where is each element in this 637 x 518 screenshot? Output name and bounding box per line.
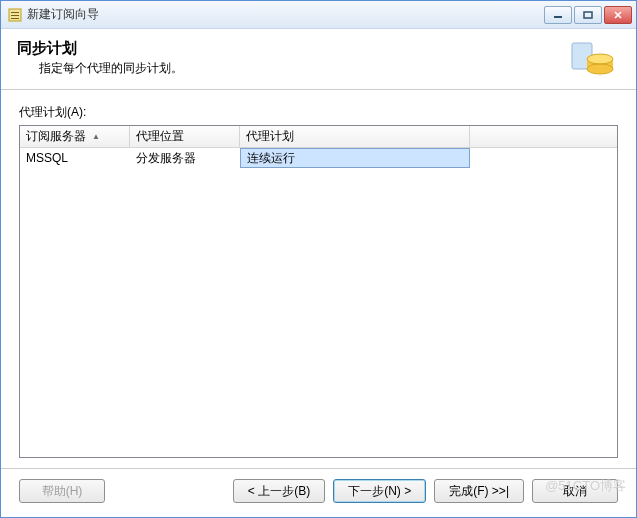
header-text: 同步计划 指定每个代理的同步计划。 (17, 39, 183, 77)
table-row[interactable]: MSSQL 分发服务器 连续运行 (20, 148, 617, 168)
svg-rect-4 (554, 16, 562, 18)
cell-schedule[interactable]: 连续运行 (240, 148, 470, 168)
grid-label: 代理计划(A): (19, 104, 618, 121)
agent-schedule-grid[interactable]: 订阅服务器 ▲ 代理位置 代理计划 MSSQL 分发服务器 连续运行 (19, 125, 618, 458)
back-button[interactable]: < 上一步(B) (233, 479, 325, 503)
maximize-button[interactable] (574, 6, 602, 24)
svg-rect-3 (11, 18, 19, 19)
minimize-button[interactable] (544, 6, 572, 24)
app-icon (7, 7, 23, 23)
grid-header-row: 订阅服务器 ▲ 代理位置 代理计划 (20, 126, 617, 148)
wizard-header: 同步计划 指定每个代理的同步计划。 (1, 29, 636, 90)
help-button[interactable]: 帮助(H) (19, 479, 105, 503)
cancel-button[interactable]: 取消 (532, 479, 618, 503)
window-controls (544, 6, 632, 24)
dialog-window: 新建订阅向导 同步计划 指定每个代理的同步计划。 (0, 0, 637, 518)
svg-point-11 (587, 54, 613, 64)
titlebar: 新建订阅向导 (1, 1, 636, 29)
svg-rect-5 (584, 12, 592, 18)
header-graphic-icon (568, 39, 616, 83)
cell-server: MSSQL (20, 148, 130, 168)
column-header-server-label: 订阅服务器 (26, 128, 86, 145)
window-title: 新建订阅向导 (27, 6, 99, 23)
sort-ascending-icon: ▲ (92, 132, 100, 141)
finish-button[interactable]: 完成(F) >>| (434, 479, 524, 503)
svg-rect-1 (11, 12, 19, 13)
next-button[interactable]: 下一步(N) > (333, 479, 426, 503)
column-header-schedule[interactable]: 代理计划 (240, 126, 470, 147)
close-button[interactable] (604, 6, 632, 24)
column-header-server[interactable]: 订阅服务器 ▲ (20, 126, 130, 147)
column-header-schedule-label: 代理计划 (246, 128, 294, 145)
nav-buttons: < 上一步(B) 下一步(N) > 完成(F) >>| 取消 (233, 479, 618, 503)
titlebar-left: 新建订阅向导 (7, 6, 99, 23)
column-header-location-label: 代理位置 (136, 128, 184, 145)
svg-rect-2 (11, 15, 19, 16)
wizard-footer: 帮助(H) < 上一步(B) 下一步(N) > 完成(F) >>| 取消 (1, 468, 636, 517)
page-title: 同步计划 (17, 39, 183, 58)
cell-location: 分发服务器 (130, 148, 240, 168)
page-subtitle: 指定每个代理的同步计划。 (17, 60, 183, 77)
content-area: 代理计划(A): 订阅服务器 ▲ 代理位置 代理计划 MSSQL 分发服务器 连… (1, 90, 636, 468)
column-header-location[interactable]: 代理位置 (130, 126, 240, 147)
